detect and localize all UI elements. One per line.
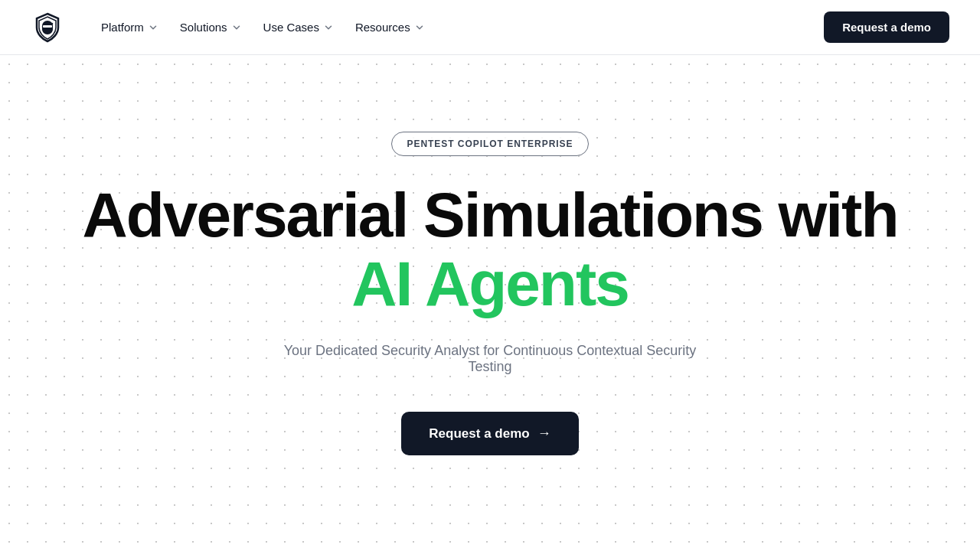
chevron-down-icon xyxy=(148,22,158,33)
nav-link-solutions[interactable]: Solutions xyxy=(171,15,251,40)
navbar: Platform Solutions Use Cases Resources xyxy=(0,0,980,55)
svg-rect-0 xyxy=(43,25,52,28)
chevron-down-icon xyxy=(231,22,242,33)
hero-badge: PENTEST COPILOT ENTERPRISE xyxy=(391,132,590,156)
nav-request-demo-button[interactable]: Request a demo xyxy=(824,11,949,43)
hero-subtitle: Your Dedicated Security Analyst for Cont… xyxy=(260,343,720,375)
nav-links: Platform Solutions Use Cases Resources xyxy=(92,15,434,40)
hero-title-line1: Adversarial Simulations with xyxy=(83,181,898,249)
hero-request-demo-button[interactable]: Request a demo → xyxy=(401,412,578,455)
nav-link-resources[interactable]: Resources xyxy=(346,15,434,40)
arrow-right-icon: → xyxy=(537,425,551,442)
logo-icon xyxy=(31,11,64,44)
nav-link-use-cases[interactable]: Use Cases xyxy=(254,15,343,40)
chevron-down-icon xyxy=(414,22,425,33)
hero-cta-label: Request a demo xyxy=(429,426,529,442)
nav-left: Platform Solutions Use Cases Resources xyxy=(31,11,434,44)
nav-link-platform[interactable]: Platform xyxy=(92,15,168,40)
chevron-down-icon xyxy=(323,22,334,33)
logo[interactable] xyxy=(31,11,64,44)
hero-title-line2: AI Agents xyxy=(351,249,629,318)
hero-section: PENTEST COPILOT ENTERPRISE Adversarial S… xyxy=(0,55,980,455)
